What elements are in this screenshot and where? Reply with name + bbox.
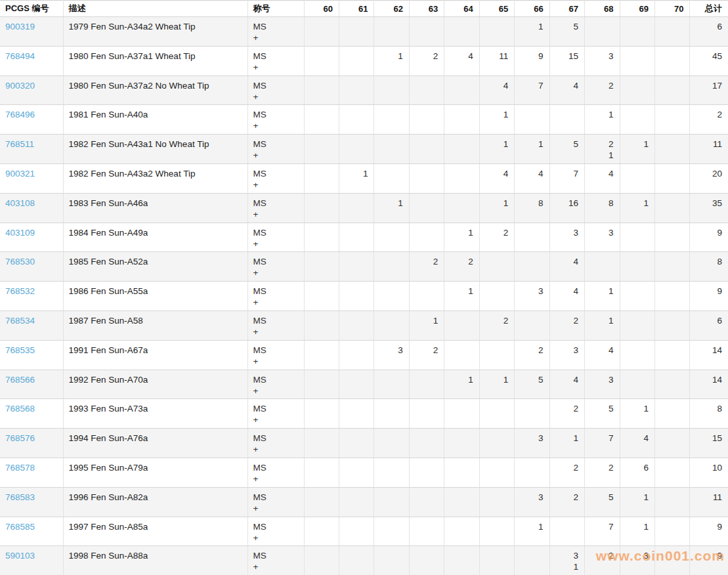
pcgs-link[interactable]: 768535 bbox=[5, 345, 35, 355]
grade-cell-62 bbox=[374, 135, 409, 164]
pcgs-link[interactable]: 768576 bbox=[5, 433, 35, 443]
grade-count: 4 bbox=[555, 286, 578, 297]
grade-cell-65 bbox=[479, 487, 514, 517]
grade-cell-65 bbox=[479, 517, 514, 546]
pcgs-link[interactable]: 900320 bbox=[5, 81, 35, 91]
designation-line: MS bbox=[253, 550, 298, 561]
pcgs-link[interactable]: 900319 bbox=[5, 22, 35, 32]
grade-cell-67: 2 bbox=[549, 458, 584, 487]
grade-cell-67: 15 bbox=[549, 46, 584, 75]
grade-cell-62 bbox=[374, 370, 409, 399]
pcgs-link[interactable]: 900321 bbox=[5, 169, 35, 179]
grade-cell-64 bbox=[444, 399, 479, 429]
grade-cell-66: 4 bbox=[515, 163, 549, 193]
description-cell: 1986 Fen Sun-A55a bbox=[63, 282, 247, 311]
grade-count: 2 bbox=[555, 462, 578, 473]
designation-cell: MS+ bbox=[247, 46, 304, 75]
grade-cell-62 bbox=[374, 163, 409, 193]
grade-cell-60 bbox=[304, 105, 339, 135]
description-text: 1993 Fen Sun-A73a bbox=[69, 404, 148, 414]
pcgs-link[interactable]: 768566 bbox=[5, 375, 35, 385]
grade-count: 1 bbox=[555, 433, 578, 444]
designation-line: MS bbox=[253, 345, 298, 356]
pcgs-link[interactable]: 768530 bbox=[5, 257, 35, 266]
grade-cell-65: 1 bbox=[479, 193, 514, 223]
grade-count: 1 bbox=[626, 198, 649, 209]
grade-cell-68: 2 bbox=[585, 458, 620, 487]
grade-cell-69 bbox=[620, 252, 654, 282]
pcgs-link[interactable]: 768585 bbox=[5, 522, 35, 532]
grade-cell-64 bbox=[444, 75, 479, 105]
grade-cell-67: 5 bbox=[549, 17, 584, 47]
designation-line: MS bbox=[253, 403, 298, 414]
description-text: 1996 Fen Sun-A82a bbox=[69, 492, 148, 502]
pcgs-link[interactable]: 403109 bbox=[5, 228, 35, 238]
pcgs-link[interactable]: 768496 bbox=[5, 110, 35, 119]
grade-count: 1 bbox=[626, 403, 649, 414]
grade-cell-63: 2 bbox=[409, 46, 444, 75]
grade-count: 1 bbox=[415, 315, 438, 326]
designation-line: MS bbox=[253, 462, 298, 473]
grade-cell-61 bbox=[339, 340, 374, 370]
grade-cell-69 bbox=[620, 46, 654, 75]
designation-line: MS bbox=[253, 21, 298, 32]
pcgs-link[interactable]: 768494 bbox=[5, 51, 35, 61]
grade-count: 1 bbox=[590, 150, 613, 161]
col-header-grade-67: 67 bbox=[549, 1, 584, 17]
total-cell: 8 bbox=[690, 399, 728, 429]
grade-cell-60 bbox=[304, 458, 339, 487]
pcgs-link[interactable]: 768534 bbox=[5, 316, 35, 326]
grade-count: 1 bbox=[590, 109, 613, 120]
col-header-grade-70: 70 bbox=[654, 1, 689, 17]
pcgs-link[interactable]: 403108 bbox=[5, 198, 35, 208]
grade-count: 3 bbox=[590, 374, 613, 385]
grade-count: 1 bbox=[450, 374, 473, 385]
grade-cell-64 bbox=[444, 517, 479, 546]
grade-count: 7 bbox=[590, 521, 613, 532]
table-row: 5901031998 Fen Sun-A88aMS+31239 bbox=[0, 546, 728, 575]
designation-cell: MS+ bbox=[247, 105, 304, 135]
grade-count: 3 bbox=[555, 345, 578, 356]
grade-cell-63 bbox=[409, 17, 444, 47]
description-cell: 1994 Fen Sun-A76a bbox=[63, 429, 247, 458]
pcgs-link[interactable]: 590103 bbox=[5, 551, 35, 561]
total-cell: 15 bbox=[690, 429, 728, 458]
grade-cell-65: 2 bbox=[479, 223, 514, 252]
grade-cell-61 bbox=[339, 517, 374, 546]
grade-count: 4 bbox=[485, 168, 508, 179]
grade-cell-62 bbox=[374, 546, 409, 575]
grade-cell-67: 4 bbox=[549, 370, 584, 399]
description-cell: 1993 Fen Sun-A73a bbox=[63, 399, 247, 429]
grade-cell-63 bbox=[409, 163, 444, 193]
grade-cell-63 bbox=[409, 399, 444, 429]
designation-cell: MS+ bbox=[247, 223, 304, 252]
grade-cell-60 bbox=[304, 193, 339, 223]
pcgs-number-cell: 768568 bbox=[0, 399, 63, 429]
grade-cell-65: 4 bbox=[479, 75, 514, 105]
designation-cell: MS+ bbox=[247, 75, 304, 105]
designation-line: MS bbox=[253, 492, 298, 503]
grade-cell-60 bbox=[304, 75, 339, 105]
description-text: 1992 Fen Sun-A70a bbox=[69, 375, 148, 385]
grade-cell-66: 3 bbox=[515, 429, 549, 458]
total-cell: 9 bbox=[690, 517, 728, 546]
description-cell: 1982 Fen Sun-A43a2 Wheat Tip bbox=[63, 163, 247, 193]
table-row: 7685341987 Fen Sun-A58MS+12216 bbox=[0, 310, 728, 340]
grade-cell-69 bbox=[620, 370, 654, 399]
grade-cell-60 bbox=[304, 252, 339, 282]
pcgs-link[interactable]: 768532 bbox=[5, 286, 35, 296]
grade-count: 2 bbox=[590, 550, 613, 561]
pcgs-link[interactable]: 768583 bbox=[5, 492, 35, 502]
grade-cell-60 bbox=[304, 546, 339, 575]
pcgs-link[interactable]: 768578 bbox=[5, 463, 35, 473]
grade-cell-62 bbox=[374, 310, 409, 340]
grade-cell-63: 2 bbox=[409, 252, 444, 282]
pcgs-link[interactable]: 768568 bbox=[5, 404, 35, 414]
pcgs-link[interactable]: 768511 bbox=[5, 139, 34, 149]
grade-cell-62: 3 bbox=[374, 340, 409, 370]
grade-cell-61 bbox=[339, 370, 374, 399]
grade-cell-66: 3 bbox=[515, 487, 549, 517]
designation-line: MS bbox=[253, 315, 298, 326]
grade-cell-62 bbox=[374, 17, 409, 47]
grade-count: 4 bbox=[520, 168, 543, 179]
